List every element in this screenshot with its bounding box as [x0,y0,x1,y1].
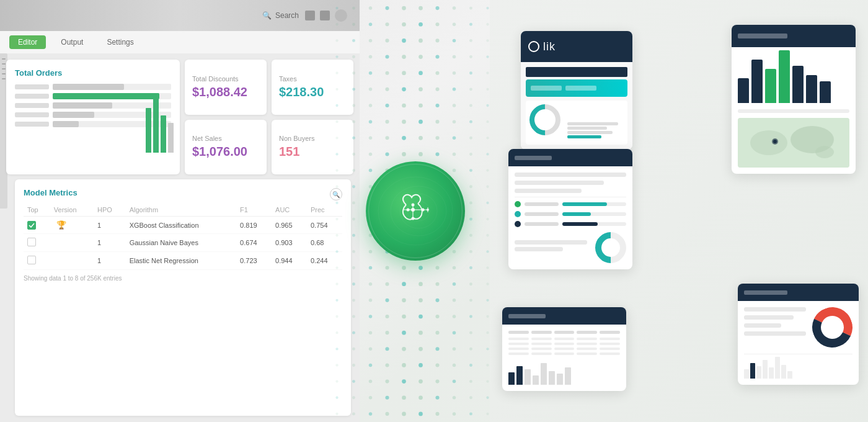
qlik-body [521,62,632,150]
card-divider [515,197,626,197]
total-orders-title: Total Orders [15,68,171,78]
qlik-logo-circle [528,41,539,52]
mid-right-card [508,149,632,269]
svg-point-8 [412,217,415,220]
brain-circle [366,161,465,261]
bl-td-2-2 [531,343,552,345]
bl-td-1-3 [554,338,575,340]
col-header-version: Version [50,204,94,217]
progress-row-3 [515,221,626,227]
mini-bar-col-5 [792,66,804,103]
bottom-left-body [502,325,626,391]
bl-bar-1 [508,372,515,385]
settings-icon[interactable] [305,11,315,20]
metric-net-sales: Net Sales $1,076.00 [185,120,267,175]
br-content-row [744,307,852,348]
bl-td-3-3 [554,348,575,350]
qlik-bar-line-1 [567,122,618,125]
bl-table-row-3 [508,348,620,350]
row1-f1: 0.819 [236,217,272,234]
mini-bar-1 [146,108,151,153]
model-metrics-panel: Model Metrics 🔍 Top Version HPO Algorith… [15,179,351,416]
bl-td-1-1 [508,338,529,340]
bl-td-3-1 [508,348,529,350]
br-bar-1 [744,369,749,379]
qlik-row [529,104,624,138]
checkbox-unchecked-2[interactable] [27,238,36,246]
br-donut [807,302,858,353]
checkbox-unchecked-3[interactable] [27,256,36,264]
svg-point-11 [411,208,415,212]
bl-table-row-4 [508,352,620,355]
metric-total-discounts: Total Discounts $1,088.42 [185,60,267,115]
qlik-card: lik [521,31,632,150]
bar-fill-4 [53,112,94,118]
dot-navy [515,221,521,227]
br-bar-4 [763,360,768,379]
row3-version: 1 [94,252,126,270]
row3-checkbox[interactable] [24,252,50,270]
tab-settings[interactable]: Settings [98,35,142,49]
bottom-left-card [502,307,626,391]
bar-fill-1 [53,84,124,90]
br-line-3 [744,323,781,328]
main-content: Total Orders [0,53,360,422]
qlik-mini-bars [567,104,624,138]
br-bar-6 [775,357,780,379]
bar-fill-2 [53,93,159,99]
br-bar-5 [769,367,774,379]
qlik-mini-header [526,67,627,77]
metric-net-sales-label: Net Sales [192,135,259,142]
bottom-left-header [502,307,626,325]
mini-bar-col-6 [806,75,817,103]
bl-td-4-4 [577,352,597,355]
bl-th-5 [600,331,620,334]
search-bar[interactable]: 🔍 Search [262,11,299,20]
bar-label-2 [15,94,49,99]
table-row: 🏆 1 XGBoost Classification 0.819 0.965 0… [24,217,342,234]
row2-checkbox[interactable] [24,234,50,252]
qlik-header: lik [521,31,632,62]
progress-fill-1 [562,202,607,206]
br-bar-3 [756,366,761,379]
mini-bar-col-2 [751,60,763,103]
mid-text-2 [515,247,563,251]
br-line-1 [744,307,806,312]
progress-label-3 [525,222,559,226]
col-header-f1: F1 [236,204,272,217]
total-orders-widget: Total Orders [6,60,180,174]
checkbox-checked[interactable] [27,221,36,230]
row2-trophy-empty [50,234,94,252]
qlik-bar-line-3 [567,131,613,134]
row1-checkbox[interactable] [24,217,50,234]
top-right-card [732,25,856,174]
row2-auc: 0.903 [272,234,307,252]
tab-output[interactable]: Output [52,35,92,49]
bl-table-row-2 [508,343,620,345]
br-text-side [744,307,806,339]
tab-editor[interactable]: Editor [9,35,46,49]
stats-row: Total Orders [6,60,353,174]
br-bar-8 [787,371,792,379]
br-header-label [744,290,787,295]
bar-label-4 [15,112,49,117]
bl-th-2 [531,331,552,334]
bl-bar-7 [557,374,563,385]
model-metrics-title: Model Metrics [24,188,342,197]
mini-bar-chart [146,78,174,153]
row1-algorithm: XGBoost Classification [126,217,236,234]
bottom-right-card [738,284,859,385]
bl-bar-4 [533,375,539,385]
qlik-mini-donut [523,98,567,142]
qlik-inner [526,101,627,145]
bl-bar-3 [525,369,531,385]
bl-td-2-5 [600,343,620,345]
bl-td-1-2 [531,338,552,340]
progress-label-2 [525,212,559,216]
search-icon: 🔍 [262,11,272,20]
bottom-right-body [738,301,859,385]
model-metrics-section: Model Metrics 🔍 Top Version HPO Algorith… [15,179,353,416]
mini-bar-4 [168,123,174,153]
bar-label-3 [15,103,49,108]
br-mini-chart [744,354,852,379]
